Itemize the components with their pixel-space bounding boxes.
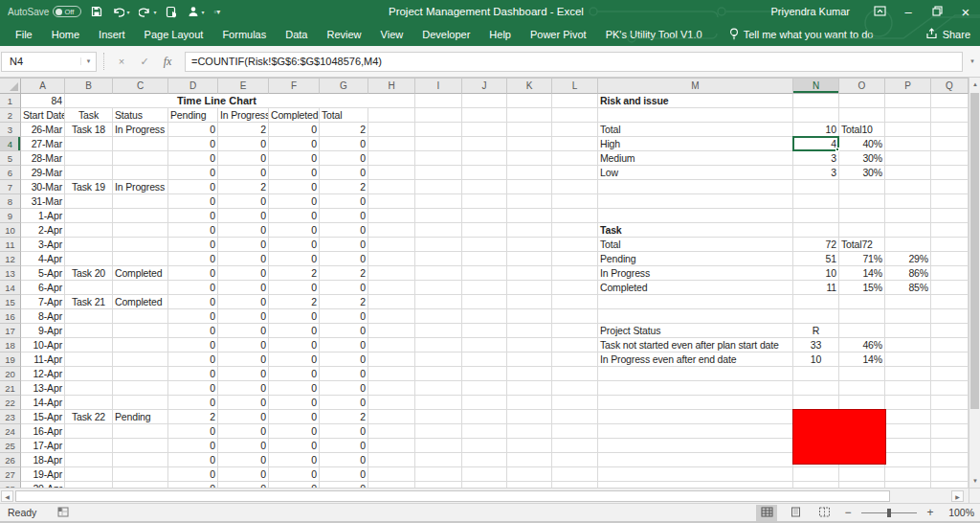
cell-F15[interactable]: 2 bbox=[269, 295, 320, 309]
column-header-A[interactable]: A bbox=[21, 79, 65, 94]
row-header-26[interactable]: 26 bbox=[0, 453, 21, 467]
cell-O21[interactable] bbox=[839, 381, 885, 396]
column-header-G[interactable]: G bbox=[320, 79, 368, 94]
cell-O19[interactable]: 14% bbox=[839, 352, 885, 367]
row-header-25[interactable]: 25 bbox=[0, 439, 21, 453]
cell-F5[interactable]: 0 bbox=[269, 151, 320, 166]
cell-P21[interactable] bbox=[885, 381, 931, 396]
cell-N3[interactable]: 10 bbox=[793, 123, 839, 137]
zoom-slider[interactable] bbox=[861, 505, 917, 521]
scroll-left-icon[interactable]: ◀ bbox=[1, 490, 13, 502]
cell-Q27[interactable] bbox=[931, 467, 969, 482]
cell-M21[interactable] bbox=[598, 381, 793, 396]
cell-Q14[interactable] bbox=[931, 281, 969, 295]
cell-L15[interactable] bbox=[552, 295, 598, 309]
cell-M14[interactable]: Completed bbox=[598, 281, 793, 295]
cell-H9[interactable] bbox=[368, 209, 415, 223]
cell-Q18[interactable] bbox=[931, 338, 969, 352]
cell-J6[interactable] bbox=[462, 166, 507, 180]
cell-M22[interactable] bbox=[598, 396, 793, 410]
scroll-down-icon[interactable]: ▼ bbox=[969, 474, 980, 488]
row-header-23[interactable]: 23 bbox=[0, 410, 21, 424]
cell-M9[interactable] bbox=[598, 209, 793, 223]
tab-data[interactable]: Data bbox=[276, 23, 317, 46]
cell-A11[interactable]: 3-Apr bbox=[21, 238, 65, 252]
cell-C12[interactable] bbox=[113, 252, 168, 266]
cell-E19[interactable]: 0 bbox=[218, 352, 269, 367]
cell-N10[interactable] bbox=[793, 223, 839, 238]
cell-M26[interactable] bbox=[598, 453, 793, 467]
cell-A14[interactable]: 6-Apr bbox=[21, 281, 65, 295]
cell-E16[interactable]: 0 bbox=[218, 309, 269, 324]
cell-I24[interactable] bbox=[415, 424, 462, 439]
row-header-13[interactable]: 13 bbox=[0, 266, 21, 281]
cell-I14[interactable] bbox=[415, 281, 462, 295]
cell-N15[interactable] bbox=[793, 295, 839, 309]
cell-K9[interactable] bbox=[507, 209, 552, 223]
cell-L24[interactable] bbox=[552, 424, 598, 439]
cell-N17[interactable]: R bbox=[793, 324, 839, 338]
cell-I20[interactable] bbox=[415, 367, 462, 381]
cell-F25[interactable]: 0 bbox=[269, 439, 320, 453]
tab-file[interactable]: File bbox=[6, 23, 42, 46]
cell-H8[interactable] bbox=[368, 194, 415, 209]
cell-E27[interactable]: 0 bbox=[218, 467, 269, 482]
cell-H18[interactable] bbox=[368, 338, 415, 352]
cell-C11[interactable] bbox=[113, 238, 168, 252]
cell-H10[interactable] bbox=[368, 223, 415, 238]
cell-B3[interactable]: Task 18 bbox=[65, 123, 113, 137]
cell-D6[interactable]: 0 bbox=[168, 166, 218, 180]
cell-K21[interactable] bbox=[507, 381, 552, 396]
cell-C19[interactable] bbox=[113, 352, 168, 367]
cell-C27[interactable] bbox=[113, 467, 168, 482]
cell-E20[interactable]: 0 bbox=[218, 367, 269, 381]
share-button[interactable]: Share bbox=[925, 28, 970, 41]
cell-M11[interactable]: Total bbox=[598, 238, 793, 252]
cell-F24[interactable]: 0 bbox=[269, 424, 320, 439]
tab-developer[interactable]: Developer bbox=[412, 23, 479, 46]
cell-E26[interactable]: 0 bbox=[218, 453, 269, 467]
customize-qat-button[interactable]: ▫▾ bbox=[213, 0, 220, 23]
cell-B21[interactable] bbox=[65, 381, 113, 396]
cell-A26[interactable]: 18-Apr bbox=[21, 453, 65, 467]
cell-M2[interactable] bbox=[598, 108, 793, 123]
page-layout-view-button[interactable] bbox=[785, 505, 806, 521]
cell-M6[interactable]: Low bbox=[598, 166, 793, 180]
cell-C26[interactable] bbox=[113, 453, 168, 467]
cell-C2[interactable]: Status bbox=[113, 108, 168, 123]
cell-O12[interactable]: 71% bbox=[839, 252, 885, 266]
column-header-P[interactable]: P bbox=[885, 79, 931, 94]
row-header-24[interactable]: 24 bbox=[0, 424, 21, 439]
cell-M1[interactable]: Risk and issue bbox=[598, 94, 793, 108]
cell-P1[interactable] bbox=[885, 94, 931, 108]
cell-B6[interactable] bbox=[65, 166, 113, 180]
minimize-button[interactable]: – bbox=[894, 0, 923, 23]
cell-Q6[interactable] bbox=[931, 166, 969, 180]
column-header-B[interactable]: B bbox=[65, 79, 113, 94]
cell-O8[interactable] bbox=[839, 194, 885, 209]
cell-O22[interactable] bbox=[839, 396, 885, 410]
cell-N6[interactable]: 3 bbox=[793, 166, 839, 180]
cell-D8[interactable]: 0 bbox=[168, 194, 218, 209]
cell-C9[interactable] bbox=[113, 209, 168, 223]
cell-A1[interactable]: 84 bbox=[21, 94, 65, 108]
row-header-22[interactable]: 22 bbox=[0, 396, 21, 410]
cell-C25[interactable] bbox=[113, 439, 168, 453]
cell-J18[interactable] bbox=[462, 338, 507, 352]
cell-B14[interactable] bbox=[65, 281, 113, 295]
cell-N2[interactable] bbox=[793, 108, 839, 123]
cell-D9[interactable]: 0 bbox=[168, 209, 218, 223]
column-header-O[interactable]: O bbox=[839, 79, 885, 94]
cell-D24[interactable]: 0 bbox=[168, 424, 218, 439]
cell-K3[interactable] bbox=[507, 123, 552, 137]
cell-E17[interactable]: 0 bbox=[218, 324, 269, 338]
cell-A24[interactable]: 16-Apr bbox=[21, 424, 65, 439]
cell-N22[interactable] bbox=[793, 396, 839, 410]
cell-E7[interactable]: 2 bbox=[218, 180, 269, 194]
cell-F18[interactable]: 0 bbox=[269, 338, 320, 352]
cell-P12[interactable]: 29% bbox=[885, 252, 931, 266]
cell-Q22[interactable] bbox=[931, 396, 969, 410]
cell-A8[interactable]: 31-Mar bbox=[21, 194, 65, 209]
cell-L18[interactable] bbox=[552, 338, 598, 352]
cell-F27[interactable]: 0 bbox=[269, 467, 320, 482]
